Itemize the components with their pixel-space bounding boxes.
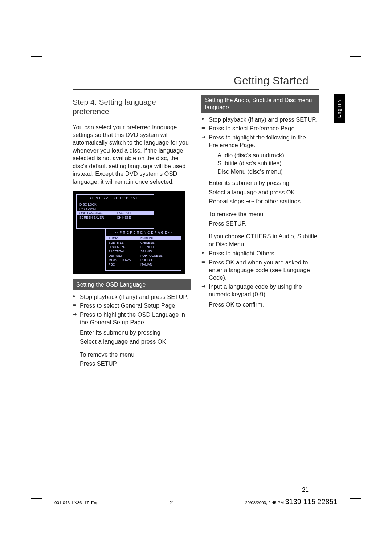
others-note: If you choose OTHERS in Audio, Subtitle …: [209, 232, 319, 248]
subhead-audio-subtitle: Setting the Audio, Subtitle and Disc men…: [201, 95, 319, 113]
step-item: Repeat steps ➜~ for other settings.: [209, 198, 319, 205]
step-item: Press OK and when you are asked to enter…: [201, 259, 319, 282]
columns: Step 4: Setting language preference You …: [73, 95, 319, 369]
preference-indent-list: Audio (disc's soundtrack) Subtitle (disc…: [217, 151, 319, 175]
footer-folio: 21: [170, 501, 174, 505]
osd-preference: - - P R E F E R E N C E P A G E - - AUDI…: [105, 229, 181, 271]
left-column: Step 4: Setting language preference You …: [73, 95, 191, 369]
step-item: Stop playback (if any) and press SETUP.: [201, 116, 319, 123]
crop-mark: [339, 56, 350, 67]
osd-cell: FRENCH: [138, 245, 181, 249]
page-number: 21: [302, 487, 309, 493]
osd-cell: CHINESE: [138, 240, 181, 245]
osd-cell: CHINESE: [114, 215, 154, 220]
step-note: Press SETUP.: [80, 360, 191, 368]
indent-item: Subtitle (disc's subtitles): [217, 159, 319, 167]
osd-cell: AUDIO: [106, 236, 138, 240]
osd-cell: SUBTITLE: [106, 240, 138, 245]
indent-item: Disc Menu (disc's menu): [217, 168, 319, 175]
others-steps: Press to highlight Others . Press OK and…: [201, 250, 319, 299]
step-item: Enter its submenu by pressing: [80, 329, 191, 336]
osd-language-steps: Stop playback (if any) and press SETUP. …: [73, 293, 191, 327]
footer-timestamp: 29/08/2003, 2:45 PM: [245, 501, 284, 505]
osd-cell: PARENTAL: [106, 249, 138, 254]
step-heading: Step 4: Setting language preference: [73, 97, 179, 117]
osd-title: - - G E N E R A L S E T U P P A G E - -: [77, 195, 154, 202]
subhead-osd-language: Setting the OSD Language: [73, 279, 191, 290]
osd-screenshot: - - G E N E R A L S E T U P P A G E - - …: [73, 191, 185, 274]
step-item: Press to select Preference Page: [201, 125, 319, 132]
crop-mark: [339, 488, 350, 499]
manual-page: English Getting Started Step 4: Setting …: [0, 0, 392, 555]
page-content: Getting Started Step 4: Setting language…: [73, 74, 319, 497]
step-heading-wrap: Step 4: Setting language preference: [73, 95, 179, 119]
intro-paragraph: You can select your preferred language s…: [73, 123, 191, 186]
audio-subtitle-steps: Stop playback (if any) and press SETUP. …: [201, 116, 319, 149]
osd-cell: DEFAULT: [106, 254, 138, 258]
chapter-title: Getting Started: [73, 74, 319, 90]
step-item: Press to highlight Others .: [201, 250, 319, 257]
osd-cell: OSD LANGUAGE: [77, 211, 114, 215]
osd-cell: PROGRAM: [77, 207, 114, 211]
osd-cell: ITALIAN: [138, 262, 181, 267]
osd-cell: MP3/JPEG NAV: [106, 258, 138, 262]
footer-row: 001-046_LX36_17_Eng 21 29/08/2003, 2:45 …: [54, 498, 338, 506]
osd-cell: ENGLISH: [114, 211, 154, 215]
indent-item: Audio (disc's soundtrack): [217, 151, 319, 159]
footer-file: 001-046_LX36_17_Eng: [54, 501, 99, 505]
osd-cell: SCREEN SAVER: [77, 215, 114, 220]
language-tab-label: English: [337, 100, 342, 118]
step-item: Enter its submenu by pressing: [209, 179, 319, 187]
osd-cell: DISC MENU: [106, 245, 138, 249]
step-item: Select a language and press OK.: [209, 189, 319, 196]
osd-cell: [114, 207, 154, 211]
step-note: To remove the menu: [80, 351, 191, 358]
osd-cell: DISC LOCK: [77, 202, 114, 207]
step-item: Press to highlight the following in the …: [201, 134, 319, 149]
crop-mark: [42, 56, 53, 67]
osd-title: - - P R E F E R E N C E P A G E - -: [106, 229, 181, 236]
step-item: Press OK to confirm.: [209, 301, 319, 308]
osd-general-setup: - - G E N E R A L S E T U P P A G E - - …: [76, 194, 154, 229]
osd-cell: SPANISH: [138, 249, 181, 254]
osd-cell: POLISH: [138, 258, 181, 262]
osd-cell: PORTUGUESE: [138, 254, 181, 258]
step-item: Press to select General Setup Page: [73, 302, 191, 309]
right-column: Setting the Audio, Subtitle and Disc men…: [201, 95, 319, 369]
step-note: Press SETUP.: [209, 220, 319, 227]
step-item: Select a language and press OK.: [80, 338, 191, 345]
osd-cell: PBC: [106, 262, 138, 267]
step-item: Input a language code by using the numer…: [201, 283, 319, 299]
crop-mark: [42, 488, 53, 499]
osd-cell: [114, 202, 154, 207]
footer-partno: 3139 115 22851: [285, 498, 338, 506]
step-note: To remove the menu: [209, 210, 319, 218]
language-tab: English: [334, 94, 345, 123]
osd-cell: ENGLISH: [138, 236, 181, 240]
step-item: Stop playback (if any) and press SETUP.: [73, 293, 191, 301]
step-item: Press to highlight the OSD Language in t…: [73, 311, 191, 327]
